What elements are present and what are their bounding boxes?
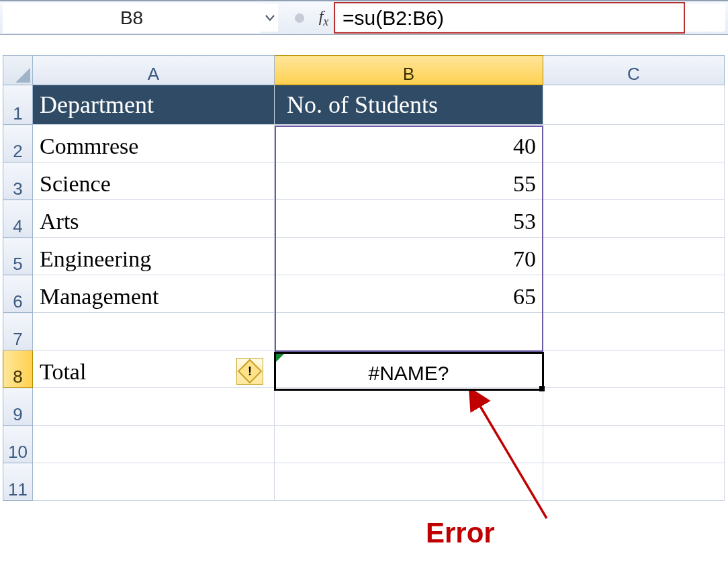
cell-C11[interactable] — [543, 463, 725, 501]
circle-icon — [293, 11, 306, 25]
table-row: 1 Department No. of Students — [3, 85, 725, 125]
table-row: 6 Management 65 — [3, 275, 725, 313]
warning-diamond-icon: ! — [238, 359, 263, 384]
cell-C1[interactable] — [543, 85, 725, 125]
cell-C8[interactable] — [543, 350, 725, 388]
cell-B9[interactable] — [275, 388, 543, 426]
cell-A11[interactable] — [33, 463, 275, 501]
error-smart-tag[interactable]: ! — [236, 358, 263, 385]
row-header-8[interactable]: 8 — [3, 350, 33, 388]
cell-C10[interactable] — [543, 426, 725, 463]
svg-point-0 — [295, 13, 304, 23]
exclamation-icon: ! — [248, 365, 252, 379]
row-header-10[interactable]: 10 — [3, 426, 33, 463]
cell-A1[interactable]: Department — [33, 85, 275, 125]
chevron-down-icon — [265, 15, 275, 21]
row-header-7[interactable]: 7 — [3, 313, 33, 350]
table-row: 4 Arts 53 — [3, 200, 725, 238]
row-header-2[interactable]: 2 — [3, 125, 33, 162]
cell-A3[interactable]: Science — [33, 162, 275, 200]
cell-C2[interactable] — [543, 125, 725, 162]
name-box-dropdown[interactable] — [261, 4, 278, 32]
table-row: 11 — [3, 463, 725, 501]
row-header-4[interactable]: 4 — [3, 200, 33, 238]
col-header-C[interactable]: C — [543, 56, 725, 85]
cell-A6[interactable]: Management — [33, 275, 275, 313]
cell-B4[interactable]: 53 — [275, 200, 543, 238]
cell-B5[interactable]: 70 — [275, 238, 543, 275]
cell-C7[interactable] — [543, 313, 725, 350]
insert-function-button[interactable]: fx — [312, 5, 336, 31]
cell-C5[interactable] — [543, 238, 725, 275]
cell-B3[interactable]: 55 — [275, 162, 543, 200]
row-header-5[interactable]: 5 — [3, 238, 33, 275]
error-annotation-label: Error — [426, 517, 495, 549]
cell-B1[interactable]: No. of Students — [275, 85, 543, 125]
select-all-icon — [15, 68, 30, 83]
row-header-1[interactable]: 1 — [3, 85, 33, 125]
cell-A2[interactable]: Commrese — [33, 125, 275, 162]
cell-A10[interactable] — [33, 426, 275, 463]
grid-table: A B C 1 Department No. of Students 2 Com… — [3, 55, 725, 501]
name-box-input[interactable] — [3, 3, 261, 33]
col-header-B[interactable]: B — [275, 56, 543, 85]
table-row: 2 Commrese 40 — [3, 125, 725, 162]
formula-bar-controls: fx — [278, 4, 336, 32]
row-header-6[interactable]: 6 — [3, 275, 33, 313]
column-header-row: A B C — [3, 56, 725, 85]
formula-input[interactable] — [336, 4, 725, 32]
name-box-container — [3, 4, 278, 32]
table-row: 5 Engineering 70 — [3, 238, 725, 275]
row-header-3[interactable]: 3 — [3, 162, 33, 200]
select-all-corner[interactable] — [3, 56, 33, 85]
fx-icon: fx — [319, 7, 329, 29]
table-row: 9 — [3, 388, 725, 426]
row-header-9[interactable]: 9 — [3, 388, 33, 426]
cell-A4[interactable]: Arts — [33, 200, 275, 238]
cell-B10[interactable] — [275, 426, 543, 463]
cell-C9[interactable] — [543, 388, 725, 426]
table-row: 7 — [3, 313, 725, 350]
row-header-11[interactable]: 11 — [3, 463, 33, 501]
cell-A9[interactable] — [33, 388, 275, 426]
cancel-formula-button[interactable] — [287, 5, 312, 31]
formula-bar: fx — [0, 0, 728, 35]
table-row: 3 Science 55 — [3, 162, 725, 200]
table-row: 8 Total #NAME? — [3, 350, 725, 388]
table-row: 10 — [3, 426, 725, 463]
cell-C4[interactable] — [543, 200, 725, 238]
cell-C3[interactable] — [543, 162, 725, 200]
cell-B6[interactable]: 65 — [275, 275, 543, 313]
col-header-A[interactable]: A — [33, 56, 275, 85]
worksheet: A B C 1 Department No. of Students 2 Com… — [3, 55, 728, 501]
cell-B7[interactable] — [275, 313, 543, 350]
cell-B11[interactable] — [275, 463, 543, 501]
cell-A5[interactable]: Engineering — [33, 238, 275, 275]
formula-input-container — [336, 4, 725, 32]
cell-C6[interactable] — [543, 275, 725, 313]
cell-B2[interactable]: 40 — [275, 125, 543, 162]
cell-B8[interactable]: #NAME? — [275, 350, 543, 388]
cell-A7[interactable] — [33, 313, 275, 350]
